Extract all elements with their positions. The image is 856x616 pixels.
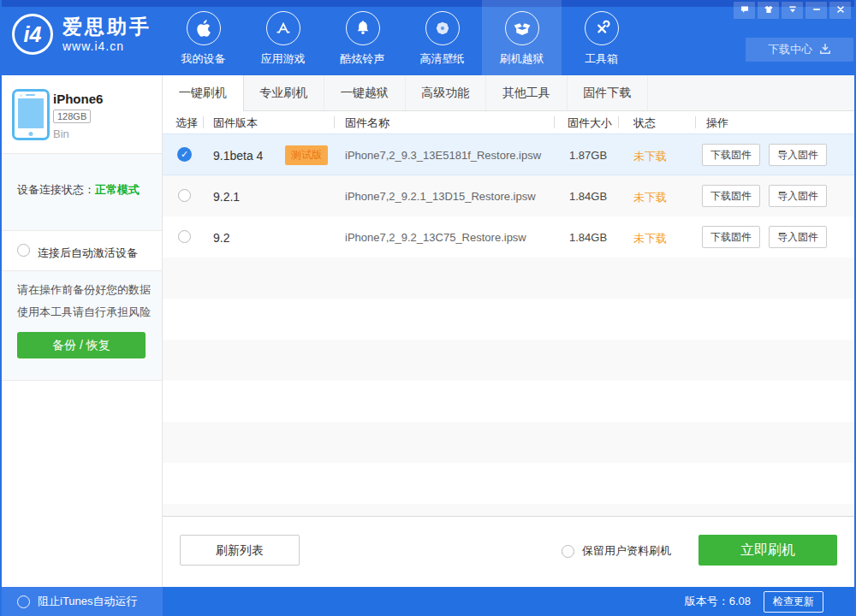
header: i4 爱思助手 www.i4.cn 我的设备 应用游戏 (0, 0, 856, 75)
sidebar: iPhone6 128GB Bin 设备连接状态：正常模式 连接后自动激活设备 … (0, 75, 163, 587)
backup-restore-button[interactable]: 备份 / 恢复 (17, 332, 146, 358)
firmware-filename: iPhone7,2_9.2.1_13D15_Restore.ipsw (345, 190, 536, 203)
main-panel: 一键刷机 专业刷机 一键越狱 高级功能 其他工具 固件下载 选择 固件版本 固件… (163, 75, 856, 587)
backup-warning-section: 请在操作前备份好您的数据 使用本工具请自行承担风险 备份 / 恢复 (0, 271, 162, 381)
import-firmware-button[interactable]: 导入固件 (769, 226, 827, 248)
auto-activate-radio[interactable] (17, 244, 30, 257)
nav-label: 高清壁纸 (402, 51, 482, 67)
col-actions: 操作 (706, 116, 728, 131)
download-firmware-button[interactable]: 下载固件 (702, 226, 760, 248)
nav-label: 酷炫铃声 (323, 51, 402, 67)
check-update-button[interactable]: 检查更新 (764, 591, 823, 613)
minimize-icon (811, 3, 822, 18)
download-firmware-button[interactable]: 下载固件 (702, 185, 760, 207)
nav-label: 工具箱 (562, 51, 641, 67)
nav-item-flash-jailbreak[interactable]: 刷机越狱 (482, 0, 562, 75)
feedback-button[interactable] (734, 2, 755, 19)
warning-line-1: 请在操作前备份好您的数据 (17, 282, 151, 298)
firmware-filename: iPhone7,2_9.3_13E5181f_Restore.ipsw (345, 149, 541, 162)
tab-firmware-download[interactable]: 固件下载 (568, 75, 649, 110)
apple-icon (187, 11, 221, 45)
window-border-left (0, 0, 2, 616)
firmware-status: 未下载 (633, 231, 667, 246)
flower-icon (425, 11, 460, 45)
row-radio[interactable] (178, 189, 191, 202)
tab-pro-flash[interactable]: 专业刷机 (244, 75, 325, 110)
keep-user-data-radio[interactable] (562, 545, 574, 558)
tab-one-click-flash[interactable]: 一键刷机 (163, 75, 244, 110)
nav-item-apps-games[interactable]: 应用游戏 (243, 0, 323, 75)
app-logo: i4 爱思助手 www.i4.cn (12, 14, 152, 55)
table-header: 选择 固件版本 固件名称 固件大小 状态 操作 (163, 111, 856, 133)
keep-user-data-option: 保留用户资料刷机 (562, 538, 671, 564)
tab-one-click-jailbreak[interactable]: 一键越狱 (324, 75, 406, 110)
firmware-filename: iPhone7,2_9.2_13C75_Restore.ipsw (345, 231, 526, 244)
col-name: 固件名称 (345, 116, 389, 131)
statusbar-right: 版本号：6.08 检查更新 (163, 587, 856, 616)
download-firmware-button[interactable]: 下载固件 (702, 144, 760, 166)
minimize-button[interactable] (805, 2, 827, 19)
firmware-version: 9.1beta 4 (213, 149, 263, 163)
col-size: 固件大小 (568, 116, 612, 131)
download-center-button[interactable]: 下载中心 (746, 38, 853, 62)
col-select: 选择 (175, 116, 198, 131)
main-nav: 我的设备 应用游戏 酷炫铃声 高清壁纸 (163, 0, 641, 75)
firmware-row[interactable]: 9.2 iPhone7,2_9.2_13C75_Restore.ipsw 1.8… (163, 216, 856, 258)
firmware-size: 1.84GB (569, 231, 607, 244)
auto-activate-row: 连接后自动激活设备 (0, 231, 162, 271)
nav-item-toolbox[interactable]: 工具箱 (562, 0, 641, 75)
import-firmware-button[interactable]: 导入固件 (769, 185, 827, 207)
appstore-icon (266, 11, 300, 45)
nav-item-wallpapers[interactable]: 高清壁纸 (402, 0, 482, 75)
nav-label: 我的设备 (163, 51, 243, 67)
tools-icon (585, 11, 619, 45)
firmware-size: 1.87GB (569, 149, 607, 162)
firmware-row[interactable]: ✓ 9.1beta 4 测试版 iPhone7,2_9.3_13E5181f_R… (163, 133, 856, 175)
version-label: 版本号：6.08 (685, 594, 751, 609)
beta-badge: 测试版 (285, 145, 328, 165)
column-divider (554, 116, 555, 128)
import-firmware-button[interactable]: 导入固件 (769, 144, 827, 166)
column-divider (334, 116, 335, 128)
nav-item-my-devices[interactable]: 我的设备 (163, 0, 243, 75)
app-url: www.i4.cn (62, 39, 152, 53)
tab-other-tools[interactable]: 其他工具 (486, 75, 568, 110)
refresh-list-button[interactable]: 刷新列表 (180, 535, 300, 566)
empty-rows (163, 258, 856, 517)
logo-i4-icon: i4 (12, 14, 53, 55)
auto-activate-label: 连接后自动激活设备 (38, 246, 138, 261)
flash-now-button[interactable]: 立即刷机 (698, 535, 837, 566)
firmware-version: 9.2.1 (213, 190, 240, 204)
col-status: 状态 (633, 116, 656, 131)
flash-tabs: 一键刷机 专业刷机 一键越狱 高级功能 其他工具 固件下载 (163, 75, 856, 111)
col-version: 固件版本 (213, 116, 258, 131)
column-divider (618, 116, 619, 128)
device-name: iPhone6 (53, 92, 103, 106)
firmware-size: 1.84GB (569, 190, 607, 203)
nav-label: 刷机越狱 (482, 51, 562, 67)
block-itunes-radio[interactable] (17, 595, 30, 608)
firmware-status: 未下载 (633, 149, 667, 164)
statusbar-left: 阻止iTunes自动运行 (0, 587, 163, 616)
nav-item-ringtones[interactable]: 酷炫铃声 (323, 0, 402, 75)
firmware-row[interactable]: 9.2.1 iPhone7,2_9.2.1_13D15_Restore.ipsw… (163, 175, 856, 216)
action-bar: 刷新列表 保留用户资料刷机 立即刷机 (163, 517, 856, 587)
close-icon (835, 3, 846, 18)
keep-user-data-label: 保留用户资料刷机 (582, 543, 671, 559)
shirt-icon (764, 3, 774, 18)
download-center-label: 下载中心 (768, 42, 812, 57)
collapse-button[interactable] (782, 2, 803, 19)
column-divider (203, 116, 204, 128)
connection-status-section: 设备连接状态：正常模式 (0, 153, 162, 231)
app-title: 爱思助手 (62, 15, 152, 38)
tab-advanced-features[interactable]: 高级功能 (406, 75, 487, 110)
block-itunes-label: 阻止iTunes自动运行 (38, 594, 138, 609)
theme-button[interactable] (758, 2, 779, 19)
window-controls (734, 2, 851, 19)
collapse-icon (788, 3, 798, 18)
comment-icon (740, 3, 750, 18)
row-radio-selected[interactable]: ✓ (177, 147, 192, 162)
openbox-icon (505, 11, 539, 45)
close-button[interactable] (829, 2, 851, 19)
row-radio[interactable] (178, 230, 191, 243)
